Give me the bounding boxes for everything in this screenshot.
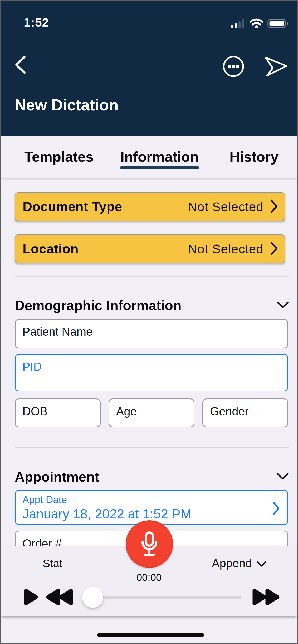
status-icons [231, 18, 289, 30]
age-field[interactable]: Age [109, 398, 194, 427]
page-title: New Dictation [15, 95, 119, 114]
back-button[interactable] [14, 55, 26, 75]
chevron-right-icon [270, 199, 278, 214]
document-type-selector[interactable]: Document Type Not Selected [15, 192, 285, 221]
tab-bar: Templates Information History [1, 136, 297, 178]
record-button[interactable] [126, 520, 173, 568]
send-button[interactable] [262, 55, 287, 78]
tab-information[interactable]: Information [120, 136, 199, 178]
send-icon [262, 74, 287, 78]
home-indicator[interactable] [97, 633, 204, 637]
battery-icon [267, 19, 289, 29]
signal-icon [231, 19, 245, 29]
rewind-icon [45, 603, 75, 607]
appt-date-field[interactable]: Appt Date January 18, 2022 at 1:52 PM [15, 490, 288, 525]
tab-history[interactable]: History [229, 136, 279, 178]
gender-field[interactable]: Gender [202, 398, 288, 427]
slider-handle[interactable] [82, 587, 103, 608]
divider [15, 276, 289, 277]
recording-timer: 00:00 [1, 572, 297, 583]
mic-icon [140, 531, 159, 558]
rewind-button[interactable] [45, 588, 75, 606]
location-selector[interactable]: Location Not Selected [15, 234, 285, 263]
tab-templates[interactable]: Templates [24, 136, 94, 178]
stat-toggle[interactable]: Stat [43, 557, 62, 570]
playback-slider-track[interactable] [93, 596, 242, 599]
more-options-button[interactable] [222, 55, 245, 78]
fast-forward-icon [251, 603, 281, 607]
append-mode-dropdown[interactable]: Append [212, 557, 267, 570]
chevron-down-icon [257, 557, 267, 570]
appointment-section-header[interactable]: Appointment [15, 470, 289, 484]
chevron-right-icon [273, 502, 280, 516]
dob-field[interactable]: DOB [15, 398, 101, 427]
status-time: 1:52 [24, 15, 49, 30]
pid-field[interactable]: PID [15, 354, 288, 391]
app-screen: 1:52 [0, 0, 298, 644]
patient-name-field[interactable]: Patient Name [15, 319, 288, 348]
chevron-right-icon [270, 242, 278, 256]
active-tab-underline [120, 166, 199, 169]
wifi-icon [250, 18, 263, 30]
chevron-down-icon [277, 473, 289, 481]
chevron-down-icon [277, 301, 289, 310]
play-icon [23, 603, 40, 607]
back-icon [14, 71, 26, 75]
demographic-section-header[interactable]: Demographic Information [15, 299, 289, 312]
play-button[interactable] [23, 588, 40, 606]
divider [15, 447, 289, 448]
more-options-icon [222, 75, 245, 79]
fast-forward-button[interactable] [251, 588, 281, 606]
app-header: 1:52 [1, 1, 297, 136]
